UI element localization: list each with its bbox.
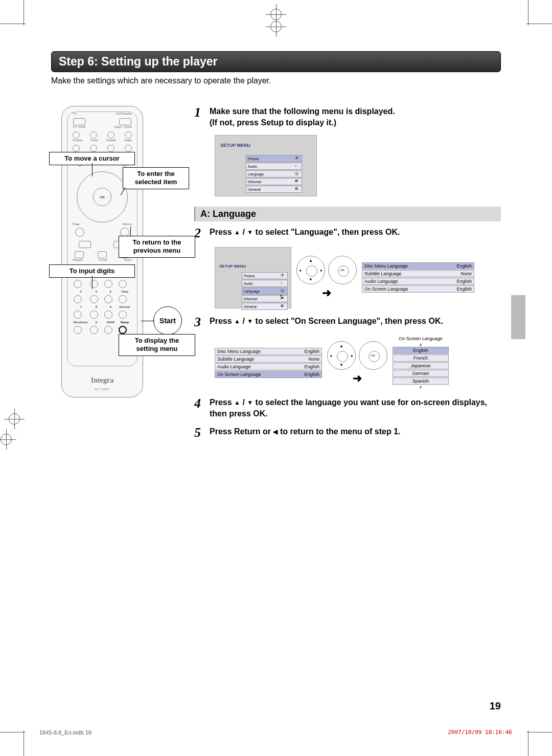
setup-menu-screenshot-2: SETUP MENU Picture◔ Audio♪ LanguageⒶ ▸ E…: [215, 247, 501, 308]
step-number-4: 4: [194, 397, 210, 419]
page-number: 19: [490, 700, 501, 712]
step-2-text: Press ▲ / ▼ to select "Language", then p…: [210, 227, 501, 240]
crop-mark: [528, 730, 528, 756]
remote-brand: Integra: [62, 376, 143, 385]
language-settings-panel: Disc Menu LanguageEnglish Subtitle Langu…: [362, 262, 474, 293]
remote-model: RC-716DV: [62, 388, 143, 391]
up-triangle-icon: ▲: [234, 228, 240, 236]
callout-display-menu: To display the setting menu: [119, 334, 195, 356]
crop-mark: [24, 730, 24, 756]
up-triangle-icon: ▲: [234, 398, 240, 407]
step-number-2: 2: [194, 227, 210, 240]
crop-mark: [526, 732, 552, 732]
registration-mark: [266, 16, 286, 37]
dpad-up-down-icon: ▲▼◂▸: [296, 256, 325, 284]
down-triangle-icon: ▼: [247, 398, 253, 407]
step-number-5: 5: [194, 426, 210, 439]
step-number-1: 1: [194, 106, 210, 128]
step-5-text: Press Return or ◀ to return to the menu …: [210, 426, 501, 439]
crop-mark: [0, 24, 26, 24]
crop-mark: [526, 24, 552, 24]
registration-mark: [4, 409, 25, 429]
dpad-ok-icon: OK: [359, 341, 387, 370]
crop-mark: [0, 732, 26, 732]
crop-mark: [528, 0, 528, 26]
step-1-text: Make sure that the following menu is dis…: [210, 106, 501, 128]
callout-start: Start: [153, 306, 182, 335]
subsection-a-header: A: Language: [194, 207, 501, 221]
section-header: Step 6: Setting up the player: [51, 51, 501, 72]
up-triangle-icon: ▲: [234, 317, 240, 325]
ethernet-icon: ⇄: [295, 179, 300, 184]
step-3-text: Press ▲ / ▼ to select "On Screen Languag…: [210, 316, 501, 329]
registration-mark: [0, 429, 16, 450]
language-icon: Ⓐ: [295, 171, 300, 176]
remote-diagram: TVOn/Standby TV / DVDOpen / Close Displa…: [51, 106, 179, 433]
step-4-text: Press ▲ / ▼ to select the language you w…: [210, 397, 501, 419]
arrow-right-icon: ➜: [322, 286, 331, 300]
callout-enter-item: To enter the selected item: [123, 167, 189, 189]
scroll-down-icon: ▼: [393, 385, 449, 390]
arrow-right-icon: ➜: [353, 372, 362, 385]
footer-timestamp: 2007/10/09 18:16:46: [448, 729, 512, 736]
step-number-3: 3: [194, 316, 210, 329]
dpad-up-down-icon: ▲▼◂▸: [327, 341, 356, 370]
on-screen-language-panel: On Screen Language ▲ English French Japa…: [393, 336, 449, 390]
down-triangle-icon: ▼: [247, 317, 253, 325]
setup-menu-screenshot-1: SETUP MENU Picture◔ Audio♪ LanguageⒶ Eth…: [215, 135, 317, 196]
footer-file: DHS-8.8_En.indb 19: [40, 729, 91, 736]
down-triangle-icon: ▼: [247, 228, 253, 236]
setup-menu-screenshot-3: Disc Menu LanguageEnglish Subtitle Langu…: [215, 336, 501, 390]
callout-return-prev: To return to the previous menu: [119, 236, 195, 258]
general-icon: ✿: [295, 187, 300, 192]
crop-mark: [24, 0, 24, 26]
scroll-up-icon: ▲: [393, 342, 449, 347]
dpad-ok-icon: OK: [328, 256, 357, 284]
audio-icon: ♪: [295, 164, 300, 169]
side-tab: [511, 295, 525, 339]
intro-text: Make the settings which are necessary to…: [51, 76, 501, 85]
picture-icon: ◔: [295, 156, 300, 161]
